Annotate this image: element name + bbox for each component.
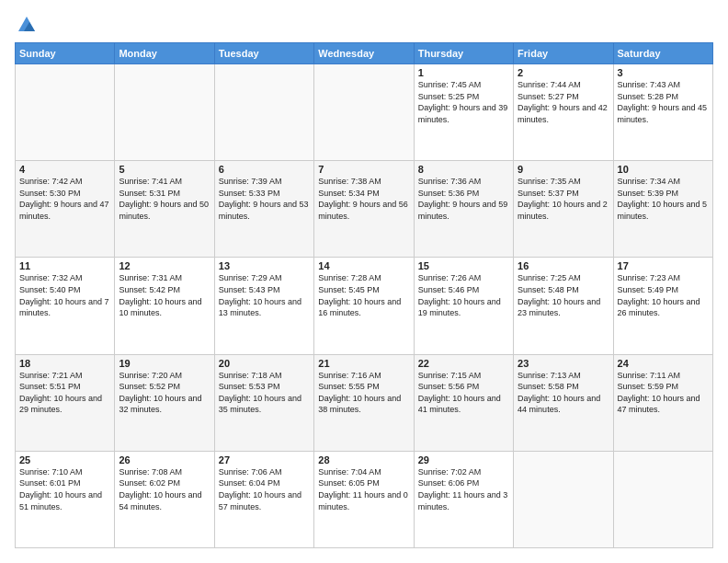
day-info: Sunrise: 7:29 AMSunset: 5:43 PMDaylight:… <box>219 272 310 318</box>
day-number: 26 <box>119 454 210 465</box>
day-number: 1 <box>418 67 509 78</box>
day-number: 20 <box>219 358 310 369</box>
day-number: 28 <box>318 454 409 465</box>
day-info: Sunrise: 7:02 AMSunset: 6:06 PMDaylight:… <box>418 466 509 512</box>
calendar-cell <box>613 451 712 547</box>
day-info: Sunrise: 7:45 AMSunset: 5:25 PMDaylight:… <box>418 79 509 125</box>
day-info: Sunrise: 7:23 AMSunset: 5:49 PMDaylight:… <box>618 272 709 318</box>
day-number: 4 <box>19 164 110 175</box>
day-info: Sunrise: 7:26 AMSunset: 5:46 PMDaylight:… <box>418 272 509 318</box>
calendar-cell: 25Sunrise: 7:10 AMSunset: 6:01 PMDayligh… <box>16 451 115 547</box>
calendar-cell: 18Sunrise: 7:21 AMSunset: 5:51 PMDayligh… <box>16 354 115 451</box>
week-row-3: 18Sunrise: 7:21 AMSunset: 5:51 PMDayligh… <box>16 354 713 451</box>
logo <box>15 15 37 33</box>
calendar-cell: 16Sunrise: 7:25 AMSunset: 5:48 PMDayligh… <box>514 258 613 354</box>
day-number: 27 <box>219 454 310 465</box>
day-number: 12 <box>119 260 210 271</box>
day-info: Sunrise: 7:41 AMSunset: 5:31 PMDaylight:… <box>119 176 210 222</box>
day-info: Sunrise: 7:06 AMSunset: 6:04 PMDaylight:… <box>219 466 310 512</box>
calendar-cell: 19Sunrise: 7:20 AMSunset: 5:52 PMDayligh… <box>115 354 214 451</box>
day-info: Sunrise: 7:35 AMSunset: 5:37 PMDaylight:… <box>518 176 609 222</box>
weekday-header-wednesday: Wednesday <box>314 43 414 64</box>
calendar-cell: 29Sunrise: 7:02 AMSunset: 6:06 PMDayligh… <box>414 451 513 547</box>
weekday-header-tuesday: Tuesday <box>214 43 313 64</box>
day-number: 5 <box>119 164 210 175</box>
day-info: Sunrise: 7:20 AMSunset: 5:52 PMDaylight:… <box>119 370 210 416</box>
calendar-cell: 13Sunrise: 7:29 AMSunset: 5:43 PMDayligh… <box>214 258 313 354</box>
day-info: Sunrise: 7:44 AMSunset: 5:27 PMDaylight:… <box>518 79 609 125</box>
week-row-0: 1Sunrise: 7:45 AMSunset: 5:25 PMDaylight… <box>16 64 713 161</box>
day-info: Sunrise: 7:16 AMSunset: 5:55 PMDaylight:… <box>318 370 409 416</box>
day-number: 6 <box>219 164 310 175</box>
day-number: 14 <box>318 260 409 271</box>
calendar-cell: 11Sunrise: 7:32 AMSunset: 5:40 PMDayligh… <box>16 258 115 354</box>
day-number: 15 <box>418 260 509 271</box>
day-number: 16 <box>518 260 609 271</box>
weekday-header-friday: Friday <box>514 43 613 64</box>
calendar-cell: 4Sunrise: 7:42 AMSunset: 5:30 PMDaylight… <box>16 161 115 258</box>
calendar-cell: 6Sunrise: 7:39 AMSunset: 5:33 PMDaylight… <box>214 161 313 258</box>
calendar-cell: 15Sunrise: 7:26 AMSunset: 5:46 PMDayligh… <box>414 258 513 354</box>
calendar-cell: 12Sunrise: 7:31 AMSunset: 5:42 PMDayligh… <box>115 258 214 354</box>
day-info: Sunrise: 7:18 AMSunset: 5:53 PMDaylight:… <box>219 370 310 416</box>
day-info: Sunrise: 7:08 AMSunset: 6:02 PMDaylight:… <box>119 466 210 512</box>
calendar-cell: 22Sunrise: 7:15 AMSunset: 5:56 PMDayligh… <box>414 354 513 451</box>
day-info: Sunrise: 7:31 AMSunset: 5:42 PMDaylight:… <box>119 272 210 318</box>
calendar-cell: 1Sunrise: 7:45 AMSunset: 5:25 PMDaylight… <box>414 64 513 161</box>
calendar-cell: 2Sunrise: 7:44 AMSunset: 5:27 PMDaylight… <box>514 64 613 161</box>
day-number: 9 <box>518 164 609 175</box>
day-number: 23 <box>518 358 609 369</box>
logo-icon <box>17 15 37 35</box>
day-number: 21 <box>318 358 409 369</box>
calendar-cell: 26Sunrise: 7:08 AMSunset: 6:02 PMDayligh… <box>115 451 214 547</box>
header <box>15 15 713 33</box>
calendar-cell: 24Sunrise: 7:11 AMSunset: 5:59 PMDayligh… <box>613 354 712 451</box>
weekday-header-monday: Monday <box>115 43 214 64</box>
logo-text <box>15 15 37 35</box>
calendar-cell <box>16 64 115 161</box>
calendar-cell: 14Sunrise: 7:28 AMSunset: 5:45 PMDayligh… <box>314 258 414 354</box>
calendar-cell: 20Sunrise: 7:18 AMSunset: 5:53 PMDayligh… <box>214 354 313 451</box>
day-info: Sunrise: 7:42 AMSunset: 5:30 PMDaylight:… <box>19 176 110 222</box>
day-info: Sunrise: 7:10 AMSunset: 6:01 PMDaylight:… <box>19 466 110 512</box>
calendar-cell: 5Sunrise: 7:41 AMSunset: 5:31 PMDaylight… <box>115 161 214 258</box>
week-row-2: 11Sunrise: 7:32 AMSunset: 5:40 PMDayligh… <box>16 258 713 354</box>
day-info: Sunrise: 7:28 AMSunset: 5:45 PMDaylight:… <box>318 272 409 318</box>
day-number: 22 <box>418 358 509 369</box>
day-number: 19 <box>119 358 210 369</box>
day-number: 10 <box>618 164 709 175</box>
weekday-header-sunday: Sunday <box>16 43 115 64</box>
day-info: Sunrise: 7:04 AMSunset: 6:05 PMDaylight:… <box>318 466 409 512</box>
weekday-header-thursday: Thursday <box>414 43 513 64</box>
calendar-cell: 21Sunrise: 7:16 AMSunset: 5:55 PMDayligh… <box>314 354 414 451</box>
day-info: Sunrise: 7:25 AMSunset: 5:48 PMDaylight:… <box>518 272 609 318</box>
day-number: 3 <box>618 67 709 78</box>
day-info: Sunrise: 7:43 AMSunset: 5:28 PMDaylight:… <box>618 79 709 125</box>
day-number: 8 <box>418 164 509 175</box>
calendar-cell: 9Sunrise: 7:35 AMSunset: 5:37 PMDaylight… <box>514 161 613 258</box>
day-info: Sunrise: 7:39 AMSunset: 5:33 PMDaylight:… <box>219 176 310 222</box>
calendar-cell: 17Sunrise: 7:23 AMSunset: 5:49 PMDayligh… <box>613 258 712 354</box>
page: SundayMondayTuesdayWednesdayThursdayFrid… <box>0 0 728 563</box>
weekday-header-row: SundayMondayTuesdayWednesdayThursdayFrid… <box>16 43 713 64</box>
day-info: Sunrise: 7:15 AMSunset: 5:56 PMDaylight:… <box>418 370 509 416</box>
calendar-cell <box>314 64 414 161</box>
calendar-cell: 27Sunrise: 7:06 AMSunset: 6:04 PMDayligh… <box>214 451 313 547</box>
day-number: 7 <box>318 164 409 175</box>
calendar-cell: 8Sunrise: 7:36 AMSunset: 5:36 PMDaylight… <box>414 161 513 258</box>
day-number: 24 <box>618 358 709 369</box>
calendar-cell: 10Sunrise: 7:34 AMSunset: 5:39 PMDayligh… <box>613 161 712 258</box>
day-number: 29 <box>418 454 509 465</box>
calendar-cell <box>514 451 613 547</box>
day-number: 18 <box>19 358 110 369</box>
calendar-cell: 3Sunrise: 7:43 AMSunset: 5:28 PMDaylight… <box>613 64 712 161</box>
calendar-cell: 23Sunrise: 7:13 AMSunset: 5:58 PMDayligh… <box>514 354 613 451</box>
day-number: 2 <box>518 67 609 78</box>
day-info: Sunrise: 7:11 AMSunset: 5:59 PMDaylight:… <box>618 370 709 416</box>
day-number: 17 <box>618 260 709 271</box>
calendar-table: SundayMondayTuesdayWednesdayThursdayFrid… <box>15 42 713 548</box>
calendar-cell: 7Sunrise: 7:38 AMSunset: 5:34 PMDaylight… <box>314 161 414 258</box>
week-row-4: 25Sunrise: 7:10 AMSunset: 6:01 PMDayligh… <box>16 451 713 547</box>
calendar-cell <box>214 64 313 161</box>
day-number: 13 <box>219 260 310 271</box>
